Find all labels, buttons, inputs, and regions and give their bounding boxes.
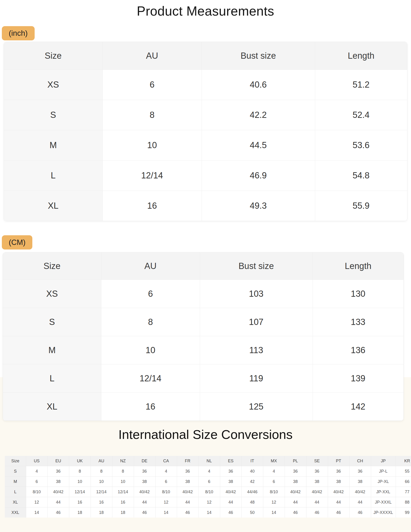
inch-unit-badge: (inch) bbox=[2, 26, 35, 40]
table-cell: 40/42 bbox=[220, 487, 241, 497]
table-cell: 113 bbox=[200, 336, 313, 364]
table-cell: 8 bbox=[103, 100, 201, 130]
table-cell: 40.6 bbox=[201, 70, 315, 100]
table-cell: 125 bbox=[200, 393, 313, 421]
table-cell: 6 bbox=[198, 476, 220, 487]
table-cell: 36 bbox=[220, 466, 241, 476]
table-cell: 14 bbox=[155, 507, 177, 518]
row-header: L bbox=[3, 364, 101, 393]
table-cell: 14 bbox=[198, 507, 220, 518]
column-header: Size bbox=[4, 42, 103, 70]
column-header: Size bbox=[5, 456, 26, 466]
header-row: SizeAUBust sizeLength bbox=[3, 252, 403, 280]
table-row: XXL14461818184614461446501446464646JP-XX… bbox=[5, 507, 411, 518]
row-header: M bbox=[5, 476, 26, 487]
table-cell: 38 bbox=[306, 476, 328, 487]
table-cell: 44 bbox=[285, 497, 306, 507]
table-cell: 44/46 bbox=[241, 487, 263, 497]
table-cell: 55.9 bbox=[315, 191, 407, 221]
row-header: L bbox=[4, 161, 103, 191]
table-cell: 88 bbox=[396, 497, 411, 507]
table-cell: 50 bbox=[241, 507, 263, 518]
row-header: S bbox=[3, 308, 101, 336]
table-cell: 66 bbox=[396, 476, 411, 487]
inch-measurements-card: SizeAUBust sizeLengthXS640.651.2S842.252… bbox=[4, 42, 407, 221]
table-cell: 46 bbox=[349, 507, 371, 518]
table-cell: JP-XXXL bbox=[371, 497, 396, 507]
column-header: JP bbox=[371, 456, 396, 466]
inch-measurements-table: SizeAUBust sizeLengthXS640.651.2S842.252… bbox=[4, 42, 407, 221]
column-header: Length bbox=[315, 42, 407, 70]
column-header: NL bbox=[198, 456, 220, 466]
row-header: S bbox=[4, 100, 103, 130]
table-cell: 139 bbox=[313, 364, 403, 393]
table-cell: 40/42 bbox=[134, 487, 155, 497]
table-cell: 107 bbox=[200, 308, 313, 336]
table-row: S842.252.4 bbox=[4, 100, 407, 130]
row-header: L bbox=[5, 487, 26, 497]
table-cell: 38 bbox=[220, 476, 241, 487]
table-cell: 38 bbox=[48, 476, 69, 487]
table-cell: 103 bbox=[200, 280, 313, 308]
table-cell: JP-XXXXL bbox=[371, 507, 396, 518]
table-cell: 46 bbox=[134, 507, 155, 518]
table-cell: 16 bbox=[69, 497, 91, 507]
column-header: PL bbox=[285, 456, 306, 466]
table-cell: 36 bbox=[48, 466, 69, 476]
table-cell: 44.5 bbox=[201, 130, 315, 161]
table-cell: 10 bbox=[91, 476, 112, 487]
column-header: FR bbox=[177, 456, 198, 466]
table-row: XL12441616164412441244481244444444JP-XXX… bbox=[5, 497, 411, 507]
table-cell: 10 bbox=[112, 476, 134, 487]
column-header: UK bbox=[69, 456, 91, 466]
page-title: Product Measurements bbox=[0, 2, 411, 20]
table-row: M1044.553.6 bbox=[4, 130, 407, 161]
table-cell: 8/10 bbox=[263, 487, 285, 497]
table-cell: 36 bbox=[328, 466, 349, 476]
table-row: L12/14119139 bbox=[3, 364, 403, 393]
column-header: AU bbox=[103, 42, 201, 70]
table-cell: 51.2 bbox=[315, 70, 407, 100]
table-cell: 18 bbox=[112, 507, 134, 518]
table-cell: 8 bbox=[101, 308, 200, 336]
table-row: M10113136 bbox=[3, 336, 403, 364]
table-cell: 18 bbox=[91, 507, 112, 518]
table-cell: 53.6 bbox=[315, 130, 407, 161]
table-cell: 44 bbox=[349, 497, 371, 507]
table-cell: 40/42 bbox=[328, 487, 349, 497]
row-header: M bbox=[4, 130, 103, 161]
table-cell: 40/42 bbox=[177, 487, 198, 497]
table-cell: 8/10 bbox=[26, 487, 48, 497]
column-header: Size bbox=[3, 252, 101, 280]
table-cell: 6 bbox=[103, 70, 201, 100]
table-cell: 6 bbox=[26, 476, 48, 487]
table-row: S8107133 bbox=[3, 308, 403, 336]
column-header: MX bbox=[263, 456, 285, 466]
table-cell: 12 bbox=[155, 497, 177, 507]
column-header: EU bbox=[48, 456, 69, 466]
table-cell: 54.8 bbox=[315, 161, 407, 191]
table-row: S4368883643643640436363636JP-L55 bbox=[5, 466, 411, 476]
table-cell: 38 bbox=[328, 476, 349, 487]
row-header: XL bbox=[4, 191, 103, 221]
table-cell: 46 bbox=[48, 507, 69, 518]
table-cell: 130 bbox=[313, 280, 403, 308]
table-row: XS6103130 bbox=[3, 280, 403, 308]
column-header: Length bbox=[313, 252, 403, 280]
table-cell: 36 bbox=[177, 466, 198, 476]
column-header: KR bbox=[396, 456, 411, 466]
cm-measurements-table: SizeAUBust sizeLengthXS6103130S8107133M1… bbox=[3, 252, 403, 420]
table-row: L12/1446.954.8 bbox=[4, 161, 407, 191]
column-header: PT bbox=[328, 456, 349, 466]
table-cell: 38 bbox=[285, 476, 306, 487]
table-cell: 14 bbox=[26, 507, 48, 518]
table-cell: 119 bbox=[200, 364, 313, 393]
column-header: CH bbox=[349, 456, 371, 466]
table-cell: 12 bbox=[263, 497, 285, 507]
row-header: S bbox=[5, 466, 26, 476]
table-cell: 10 bbox=[101, 336, 200, 364]
international-size-conversion-table: SizeUSEUUKAUNZDECAFRNLESITMXPLSEPTCHJPKR… bbox=[5, 456, 411, 518]
table-cell: 44 bbox=[134, 497, 155, 507]
table-cell: JP-L bbox=[371, 466, 396, 476]
table-cell: 18 bbox=[69, 507, 91, 518]
